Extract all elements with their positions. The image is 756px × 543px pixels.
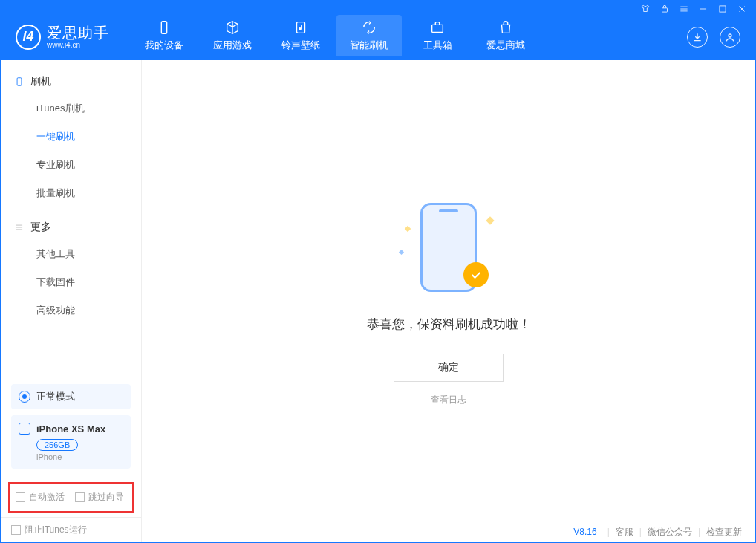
device-icon (156, 19, 172, 36)
tab-ringtones[interactable]: 铃声壁纸 (268, 15, 333, 56)
side-footer: 阻止iTunes运行 (1, 517, 141, 542)
checkbox-label: 自动激活 (29, 491, 65, 504)
refresh-icon (361, 19, 377, 36)
body: 刷机 iTunes刷机 一键刷机 专业刷机 批量刷机 更多 其他工具 下载固件 … (1, 60, 755, 542)
download-icon[interactable] (687, 27, 708, 48)
list-icon (14, 222, 25, 233)
checkbox-icon (16, 492, 25, 502)
sidebar-item-itunes[interactable]: iTunes刷机 (1, 94, 141, 123)
spark-icon (405, 225, 411, 231)
svg-rect-6 (17, 78, 22, 86)
mode-text: 正常模式 (36, 390, 75, 403)
sidebar-item-batch[interactable]: 批量刷机 (1, 179, 141, 207)
device-type: iPhone (36, 452, 123, 461)
highlighted-options: 自动激活 跳过向导 (8, 482, 134, 513)
logo-mark-icon: i4 (16, 25, 41, 50)
briefcase-icon (429, 19, 446, 36)
checkbox-label: 阻止iTunes运行 (25, 524, 87, 536)
user-icon[interactable] (720, 27, 740, 48)
svg-rect-0 (662, 8, 668, 12)
group-title-text: 刷机 (30, 75, 51, 88)
tab-flash[interactable]: 智能刷机 (336, 15, 402, 56)
tab-device[interactable]: 我的设备 (131, 15, 197, 56)
tab-label: 智能刷机 (350, 39, 388, 52)
version-text: V8.16 (573, 527, 596, 537)
wechat-link[interactable]: 微信公众号 (648, 526, 692, 539)
device-small-icon (19, 423, 30, 435)
music-icon (293, 19, 309, 36)
side-group-flash: 刷机 (1, 69, 141, 94)
check-update-link[interactable]: 检查更新 (706, 526, 742, 539)
success-message: 恭喜您，保资料刷机成功啦！ (367, 316, 531, 333)
side-group-more: 更多 (1, 215, 141, 240)
spark-icon (486, 216, 494, 224)
tab-store[interactable]: 爱思商城 (473, 15, 538, 56)
svg-point-5 (729, 34, 731, 37)
app-name: 爱思助手 (47, 25, 109, 41)
success-illustration (404, 197, 493, 301)
check-badge-icon (463, 262, 489, 287)
sidebar-item-firmware[interactable]: 下载固件 (1, 268, 141, 296)
minimize-icon[interactable] (697, 3, 709, 15)
tab-apps[interactable]: 应用游戏 (200, 15, 265, 56)
view-log-link[interactable]: 查看日志 (431, 394, 466, 406)
tab-label: 铃声壁纸 (281, 39, 320, 52)
maximize-icon[interactable] (717, 3, 729, 15)
sidebar: 刷机 iTunes刷机 一键刷机 专业刷机 批量刷机 更多 其他工具 下载固件 … (1, 60, 142, 542)
header: i4 爱思助手 www.i4.cn 我的设备 应用游戏 铃声壁纸 智能刷机 (1, 17, 755, 60)
app-url: www.i4.cn (47, 41, 109, 49)
tab-label: 爱思商城 (486, 39, 525, 52)
svg-rect-1 (720, 6, 726, 12)
main-content: 恭喜您，保资料刷机成功啦！ 确定 查看日志 V8.16 | 客服 | 微信公众号… (142, 60, 755, 542)
tab-label: 应用游戏 (213, 39, 252, 52)
tab-label: 工具箱 (423, 39, 452, 52)
svg-rect-2 (161, 22, 166, 34)
svg-rect-4 (432, 25, 443, 32)
checkbox-auto-activate[interactable]: 自动激活 (16, 491, 65, 504)
sidebar-item-pro[interactable]: 专业刷机 (1, 151, 141, 179)
bottom-bar: V8.16 | 客服 | 微信公众号 | 检查更新 (560, 521, 755, 542)
tshirt-icon[interactable] (639, 3, 651, 15)
group-title-text: 更多 (30, 221, 51, 234)
status-dot-icon (19, 391, 30, 403)
checkbox-block-itunes[interactable]: 阻止iTunes运行 (11, 524, 87, 536)
sidebar-item-oneclick[interactable]: 一键刷机 (1, 123, 141, 151)
nav-tabs: 我的设备 应用游戏 铃声壁纸 智能刷机 工具箱 爱思商城 (131, 17, 538, 56)
phone-icon (14, 77, 25, 87)
sidebar-item-advanced[interactable]: 高级功能 (1, 296, 141, 325)
cube-icon (224, 19, 241, 36)
sidebar-item-other[interactable]: 其他工具 (1, 240, 141, 268)
support-link[interactable]: 客服 (616, 526, 633, 539)
checkbox-icon (75, 492, 85, 502)
tab-toolbox[interactable]: 工具箱 (405, 15, 470, 56)
window: i4 爱思助手 www.i4.cn 我的设备 应用游戏 铃声壁纸 智能刷机 (0, 0, 756, 543)
checkbox-skip-guide[interactable]: 跳过向导 (75, 491, 124, 504)
mode-card[interactable]: 正常模式 (11, 384, 131, 409)
device-card[interactable]: iPhone XS Max 256GB iPhone (11, 415, 131, 469)
storage-pill: 256GB (36, 439, 78, 451)
lock-icon[interactable] (659, 3, 671, 15)
device-name: iPhone XS Max (36, 423, 105, 435)
checkbox-label: 跳过向导 (88, 491, 124, 504)
close-icon[interactable] (736, 3, 748, 15)
menu-icon[interactable] (678, 3, 690, 15)
checkbox-icon (11, 525, 21, 535)
ok-button[interactable]: 确定 (394, 354, 504, 382)
logo: i4 爱思助手 www.i4.cn (16, 25, 109, 50)
spark-icon (399, 249, 404, 254)
bag-icon (498, 19, 514, 36)
tab-label: 我的设备 (145, 39, 183, 52)
